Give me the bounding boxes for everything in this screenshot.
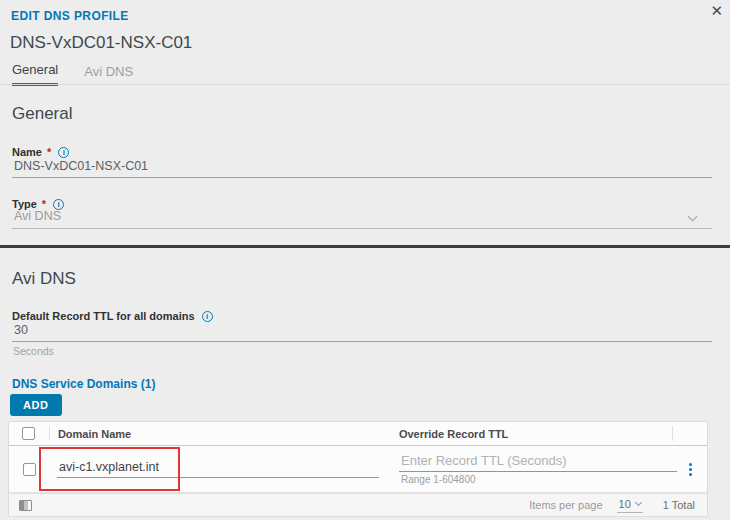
override-ttl-input[interactable] xyxy=(399,453,677,472)
domain-name-input[interactable] xyxy=(57,460,379,478)
table-row: Range 1-604800 xyxy=(9,446,707,493)
column-header-override-ttl: Override Record TTL xyxy=(389,422,672,445)
tabbar: General Avi DNS xyxy=(12,62,730,86)
ttl-label-text: Default Record TTL for all domains xyxy=(12,310,195,322)
close-icon[interactable]: ✕ xyxy=(710,3,723,18)
column-header-domain-name: Domain Name xyxy=(50,422,389,445)
tabbar-divider xyxy=(0,84,730,85)
table-header-row: Domain Name Override Record TTL xyxy=(9,422,707,446)
items-per-page-label: Items per page xyxy=(529,499,602,511)
section-divider xyxy=(0,245,730,248)
name-input[interactable] xyxy=(12,158,712,178)
column-header-actions xyxy=(673,422,707,445)
row-checkbox[interactable] xyxy=(23,463,36,476)
dns-service-domains-heading: DNS Service Domains (1) xyxy=(12,377,155,391)
page-title: DNS-VxDC01-NSX-C01 xyxy=(10,33,192,53)
tab-avi-dns[interactable]: Avi DNS xyxy=(84,62,133,86)
page-size-value: 10 xyxy=(619,498,631,510)
ttl-range-helper: Range 1-604800 xyxy=(399,474,673,485)
column-settings-icon[interactable] xyxy=(19,500,32,511)
row-kebab-menu-icon[interactable] xyxy=(685,459,696,480)
avi-dns-section-heading: Avi DNS xyxy=(12,269,76,289)
info-icon: i xyxy=(202,311,213,322)
name-label-text: Name xyxy=(12,146,42,158)
table-footer: Items per page 10 1 Total xyxy=(9,493,707,516)
add-button[interactable]: ADD xyxy=(10,394,62,416)
total-count-label: 1 Total xyxy=(663,499,695,511)
info-icon: i xyxy=(58,147,69,158)
chevron-down-icon xyxy=(635,499,642,506)
override-ttl-cell: Range 1-604800 xyxy=(389,453,673,485)
type-select-value: Avi DNS xyxy=(12,209,712,223)
type-select[interactable]: Avi DNS xyxy=(12,209,712,229)
ttl-field-label: Default Record TTL for all domains i xyxy=(12,310,213,322)
edit-dns-profile-drawer: EDIT DNS PROFILE ✕ DNS-VxDC01-NSX-C01 Ge… xyxy=(0,0,730,520)
page-size-select[interactable]: 10 xyxy=(617,498,643,513)
name-field-label: Name* i xyxy=(12,146,69,158)
info-icon: i xyxy=(53,199,64,210)
required-asterisk: * xyxy=(47,146,51,158)
drawer-eyebrow: EDIT DNS PROFILE xyxy=(11,9,129,23)
default-ttl-input[interactable] xyxy=(12,322,712,342)
tab-general[interactable]: General xyxy=(12,62,58,86)
dns-domains-table: Domain Name Override Record TTL Range 1-… xyxy=(8,421,708,517)
ttl-helper-text: Seconds xyxy=(13,345,54,357)
general-section-heading: General xyxy=(12,104,72,124)
select-all-checkbox[interactable] xyxy=(22,427,35,440)
